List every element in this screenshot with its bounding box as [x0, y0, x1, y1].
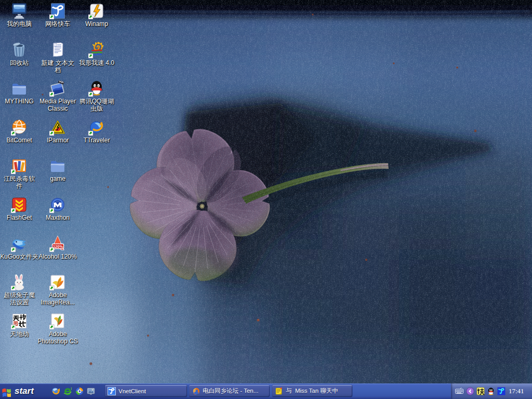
svg-text:120%: 120% [53, 244, 63, 249]
